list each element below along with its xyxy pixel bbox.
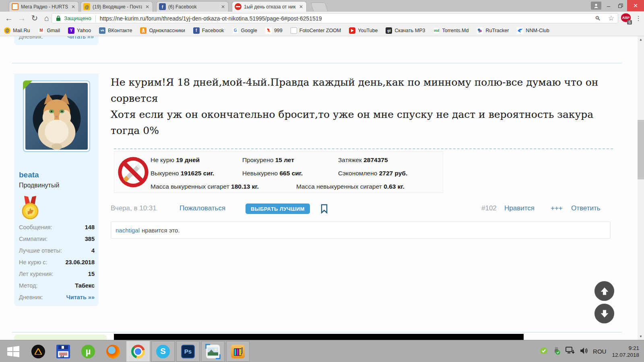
medal-icon — [21, 196, 39, 221]
smoke-counter-widget: Не курю 19 дней Прокурено 15 лет Затяжек… — [114, 151, 443, 193]
bookmark-flag-icon[interactable] — [321, 204, 328, 216]
previous-post-sidebar-remnant: Дневник: Читать »» — [14, 36, 99, 45]
clock[interactable]: 9:21 12.07.2018 — [612, 345, 639, 358]
home-icon[interactable]: ⌂ — [41, 12, 52, 24]
reload-icon[interactable]: ↻ — [29, 12, 40, 24]
bookmark-gmail[interactable]: M Gmail — [38, 27, 60, 34]
scrollbar-down-arrow[interactable]: ▼ — [638, 335, 644, 338]
diary-read-link[interactable]: Читать »» — [67, 36, 94, 40]
adblock-icon[interactable]: ABP 6 — [621, 13, 631, 23]
bookmark-odnoklassniki[interactable]: Одноклассники — [140, 27, 185, 34]
bookmark-mp3[interactable]: gt Скачать MP3 — [386, 27, 425, 34]
bookmark-yahoo[interactable]: Y Yahoo — [68, 27, 91, 34]
menu-dots-icon[interactable]: ⋮ — [633, 12, 644, 24]
avatar[interactable] — [23, 80, 90, 152]
bookmark-vk[interactable]: vk ВКонтакте — [99, 27, 132, 34]
gmail-icon: M — [38, 27, 44, 34]
username-link[interactable]: beata — [19, 171, 39, 179]
new-tab-button[interactable] — [310, 2, 328, 11]
taskbar-ink-app[interactable] — [226, 341, 250, 362]
taskbar-photoshop[interactable]: Ps — [176, 341, 200, 362]
close-icon[interactable]: ✕ — [70, 4, 76, 10]
taskbar-firefox[interactable] — [101, 341, 125, 362]
youtube-icon — [349, 27, 355, 34]
bookmark-youtube[interactable]: YouTube — [349, 27, 378, 34]
url-text: https://ne-kurim.ru/forum/threads/1yj-de… — [100, 15, 591, 22]
windows-logo-icon — [7, 346, 19, 358]
clock-date: 12.07.2018 — [612, 352, 639, 358]
mailru-icon: @ — [4, 27, 10, 34]
bookmark-facebook[interactable]: f Facebook — [193, 27, 224, 34]
taskbar-aimp[interactable] — [27, 341, 50, 362]
reply-link[interactable]: Ответить — [571, 204, 601, 212]
scrollbar[interactable]: ▲ ▼ — [638, 36, 644, 340]
profile-button[interactable] — [591, 2, 601, 10]
stat-row: Симпатии:385 — [19, 233, 95, 245]
post-number[interactable]: #102 — [481, 204, 497, 212]
network-tray-icon[interactable] — [566, 347, 575, 356]
bookmark-rutracker[interactable]: RuTracker — [477, 27, 509, 34]
taskbar-skype[interactable]: S — [151, 341, 175, 362]
address-bar[interactable]: Защищено https://ne-kurim.ru/forum/threa… — [52, 13, 618, 23]
scrollbar-up-arrow[interactable]: ▲ — [638, 38, 644, 41]
close-icon[interactable]: ✕ — [220, 4, 226, 10]
bookmark-nnmclub[interactable]: NNM-Club — [517, 27, 549, 34]
post-divider — [12, 63, 622, 64]
back-icon[interactable]: ← — [3, 12, 14, 24]
vk-icon: vk — [99, 27, 105, 34]
tab-strip: Мега Радио - HURTS - N ✕ @ (19) Входящие… — [0, 0, 644, 12]
security-label: Защищено — [64, 15, 91, 21]
restore-button[interactable] — [615, 0, 626, 11]
speaker-tray-icon[interactable] — [580, 347, 588, 356]
megaradio-favicon — [12, 3, 19, 10]
facebook-icon: f — [193, 27, 200, 34]
quote-plus-link[interactable]: +++ — [551, 204, 563, 212]
minimize-button[interactable]: – — [603, 0, 614, 11]
usb-tray-icon[interactable] — [553, 347, 561, 356]
bookmark-star-icon[interactable]: ☆ — [608, 14, 614, 23]
stat-row-diary: Дневник:Читать »» — [19, 292, 95, 303]
bookmark-fotocenter[interactable]: FotoCenter ZOOM — [291, 27, 341, 34]
aimp-icon — [31, 345, 45, 358]
taskbar-floppy[interactable]: 64 — [52, 341, 75, 362]
taskbar-image-viewer[interactable] — [201, 341, 225, 362]
md-icon: md — [433, 27, 440, 34]
antivirus-tray-icon[interactable] — [540, 347, 548, 356]
browser-toolbar: ← → ↻ ⌂ Защищено https://ne-kurim.ru/for… — [0, 12, 644, 25]
like-link[interactable]: Нравится — [504, 204, 535, 212]
diary-read-link[interactable]: Читать »» — [66, 292, 95, 303]
taskbar-utorrent[interactable]: µ — [76, 341, 100, 362]
stat-row: Метод:Табекс — [19, 280, 95, 292]
start-button[interactable] — [2, 341, 25, 362]
floppy-icon: 64 — [56, 345, 70, 358]
chrome-icon — [131, 345, 145, 358]
tab-title: 1ый день отказа от нико — [244, 4, 296, 10]
liker-username-link[interactable]: nachtigal — [116, 227, 140, 234]
close-icon[interactable]: ✕ — [144, 4, 150, 10]
tab-title: (6) Facebook — [168, 4, 218, 10]
close-icon[interactable]: ✕ — [298, 4, 304, 10]
taskbar-chrome-active[interactable] — [126, 341, 150, 362]
tab-mailru-inbox[interactable]: @ (19) Входящие - Почта М ✕ — [80, 1, 153, 12]
no-smoking-icon — [117, 155, 150, 189]
ink-cartridges-icon — [231, 345, 245, 358]
report-link[interactable]: Пожаловаться — [180, 204, 225, 212]
likes-text: нравится это. — [142, 227, 180, 234]
close-window-button[interactable]: ✕ — [627, 0, 644, 11]
scroll-to-bottom-button[interactable] — [594, 304, 614, 323]
tab-facebook[interactable]: f (6) Facebook ✕ — [156, 1, 229, 12]
bookmark-999[interactable]: 999 — [265, 27, 283, 34]
bookmark-google[interactable]: G Google — [232, 27, 257, 34]
bookmark-mailru[interactable]: @ Mail.Ru — [4, 27, 30, 34]
scroll-to-top-button[interactable] — [594, 281, 614, 301]
choose-best-button[interactable]: ВЫБРАТЬ ЛУЧШИМ — [246, 204, 310, 214]
language-indicator[interactable]: ROU — [593, 348, 606, 355]
tab-megaradio[interactable]: Мега Радио - HURTS - N ✕ — [9, 1, 79, 12]
forward-icon[interactable]: → — [16, 12, 27, 24]
bookmark-torrentsmd[interactable]: md Torrents.Md — [433, 27, 469, 34]
tab-nekurim-active[interactable]: 1ый день отказа от нико ✕ — [232, 1, 307, 12]
scrollbar-thumb[interactable] — [638, 120, 644, 179]
post-paragraph: Не курим!Я 18 дней,мой-4ый.Правда каждый… — [111, 74, 613, 107]
likes-box: nachtigal нравится это. — [111, 222, 611, 239]
zoom-page-icon[interactable]: 🔍︎ — [595, 15, 601, 22]
